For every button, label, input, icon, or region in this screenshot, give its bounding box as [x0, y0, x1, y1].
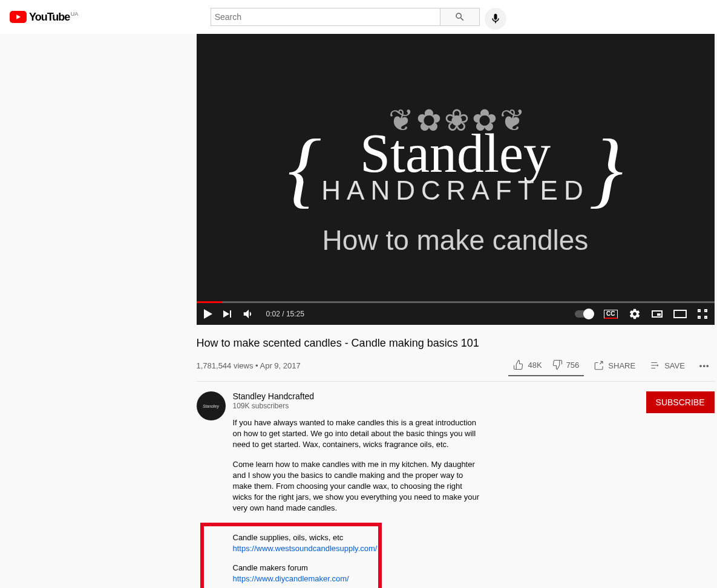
- miniplayer-button[interactable]: [652, 310, 663, 318]
- brand-sub: HANDCRAFTED: [321, 175, 589, 206]
- youtube-logo[interactable]: YouTube UA: [10, 11, 70, 24]
- voice-search-button[interactable]: [485, 8, 506, 30]
- search-box: [211, 8, 506, 26]
- search-container: [211, 8, 506, 26]
- thumbs-down-icon: [552, 359, 563, 370]
- volume-icon: [242, 307, 255, 321]
- action-bar: 48K 756 SHARE SAVE •••: [508, 354, 714, 376]
- save-icon: [650, 360, 661, 371]
- captions-button[interactable]: CC: [604, 310, 617, 319]
- region-badge: UA: [71, 11, 79, 17]
- thumbs-up-icon: [513, 359, 524, 370]
- video-description: If you have always wanted to make candle…: [233, 417, 481, 588]
- masthead-left: YouTube UA: [10, 11, 70, 24]
- video-title: How to make scented candles - Candle mak…: [197, 337, 715, 350]
- search-button[interactable]: [440, 8, 480, 26]
- channel-avatar[interactable]: Standley: [197, 391, 226, 420]
- subscribe-button[interactable]: SUBSCRIBE: [646, 391, 715, 413]
- link-label-2: Candle makers forum: [233, 563, 349, 573]
- page: ❦ ✿ ❀ ✿ ❦ { Standley HANDCRAFTED } How t…: [0, 0, 717, 588]
- settings-button[interactable]: [629, 308, 641, 320]
- player-controls: 0:02 / 15:25 CC: [197, 303, 715, 325]
- play-icon: [204, 309, 212, 319]
- next-icon: [223, 310, 229, 318]
- video-frame: ❦ ✿ ❀ ✿ ❦ { Standley HANDCRAFTED } How t…: [197, 34, 715, 325]
- channel-row: Standley Standley Handcrafted 109K subsc…: [197, 382, 715, 588]
- time-display: 0:02 / 15:25: [266, 310, 304, 318]
- views-date: 1,781,544 views • Apr 9, 2017: [197, 361, 301, 370]
- title-section: How to make scented candles - Candle mak…: [197, 325, 715, 354]
- share-button[interactable]: SHARE: [589, 355, 640, 376]
- next-button[interactable]: [223, 310, 231, 318]
- description-paragraph-2: Come learn how to make candles with me i…: [233, 459, 481, 514]
- video-player[interactable]: ❦ ✿ ❀ ✿ ❦ { Standley HANDCRAFTED } How t…: [197, 34, 715, 325]
- brand-row: { Standley HANDCRAFTED }: [287, 132, 623, 206]
- left-brace: {: [287, 148, 321, 190]
- fullscreen-button[interactable]: [698, 309, 707, 319]
- link-label-1: Candle supplies, oils, wicks, etc: [233, 532, 349, 543]
- link-url-1[interactable]: https://www.westsoundcandlesupply.com/: [233, 543, 349, 554]
- link-url-2[interactable]: https://www.diycandlemaker.com/: [233, 573, 349, 584]
- like-button[interactable]: 48K: [508, 354, 546, 375]
- microphone-icon: [489, 13, 502, 25]
- share-icon: [594, 360, 604, 371]
- volume-button[interactable]: [242, 307, 255, 321]
- right-brace: }: [589, 148, 623, 190]
- subscriber-count: 109K subscribers: [233, 402, 646, 410]
- brand-main: Standley: [321, 132, 589, 175]
- masthead: YouTube UA: [0, 0, 717, 34]
- channel-info: Standley Handcrafted 109K subscribers If…: [233, 391, 646, 588]
- video-overlay-subtitle: How to make candles: [322, 224, 589, 256]
- meta-row: 1,781,544 views • Apr 9, 2017 48K 756 SH…: [197, 354, 715, 382]
- content-column: ❦ ✿ ❀ ✿ ❦ { Standley HANDCRAFTED } How t…: [197, 34, 715, 588]
- links-highlight-box: Candle supplies, oils, wicks, etc https:…: [200, 523, 382, 589]
- more-actions-button[interactable]: •••: [695, 356, 715, 375]
- dislike-button[interactable]: 756: [547, 354, 584, 375]
- play-button[interactable]: [204, 309, 212, 319]
- description-paragraph-1: If you have always wanted to make candle…: [233, 417, 481, 451]
- youtube-play-icon: [10, 11, 27, 23]
- logo-text: YouTube: [29, 11, 70, 24]
- search-input[interactable]: [211, 8, 440, 26]
- channel-name[interactable]: Standley Handcrafted: [233, 391, 646, 401]
- autoplay-toggle[interactable]: [575, 310, 593, 318]
- search-icon: [454, 11, 465, 22]
- save-button[interactable]: SAVE: [645, 355, 690, 376]
- gear-icon: [629, 308, 641, 320]
- theater-button[interactable]: [673, 310, 687, 318]
